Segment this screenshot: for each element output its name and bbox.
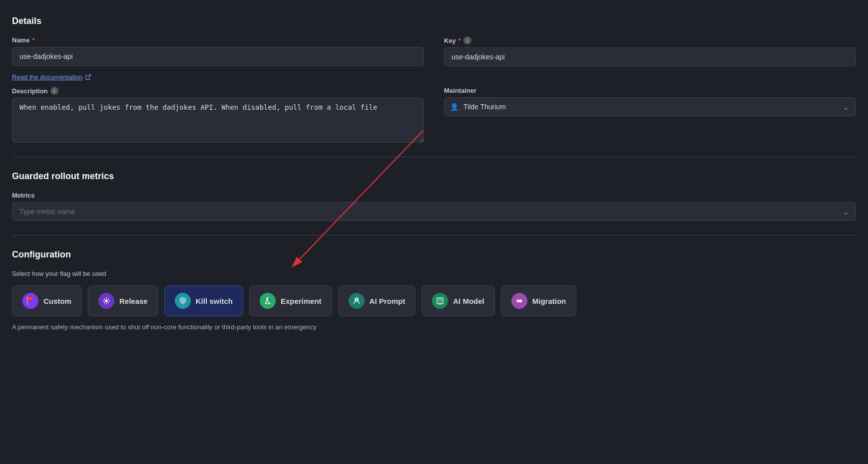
- metrics-form-group: Metrics ⌄ ⌄: [12, 192, 856, 221]
- aimodel-icon: [432, 293, 448, 309]
- migration-icon: AB: [511, 293, 527, 309]
- configuration-title: Configuration: [12, 249, 856, 260]
- svg-text:AB: AB: [517, 299, 522, 303]
- svg-line-0: [87, 75, 90, 78]
- custom-icon: 🚩: [22, 293, 38, 309]
- description-form-group: Description i When enabled, pull jokes f…: [12, 87, 424, 143]
- name-required: *: [32, 36, 34, 44]
- custom-label: Custom: [43, 297, 71, 305]
- configuration-section: Configuration Select how your flag will …: [12, 249, 856, 331]
- doc-link[interactable]: Read the documentation: [12, 73, 91, 81]
- flag-description: A permanent safety mechanism used to shu…: [12, 323, 856, 331]
- svg-point-6: [357, 299, 358, 300]
- flag-type-migration[interactable]: AB Migration: [501, 285, 577, 316]
- section-divider-2: [12, 235, 856, 235]
- aiprompt-icon: [349, 293, 365, 309]
- external-link-icon: [85, 74, 91, 80]
- key-label: Key* i: [444, 36, 856, 44]
- name-form-group: Name*: [12, 36, 424, 66]
- maintainer-label: Maintainer: [444, 87, 856, 94]
- maintainer-form-group: Maintainer 👤 Tilde Thurium ⌄: [444, 87, 856, 143]
- flag-type-release[interactable]: Release: [88, 285, 158, 316]
- metrics-label: Metrics: [12, 192, 856, 199]
- aiprompt-label: AI Prompt: [370, 297, 406, 305]
- flag-type-aiprompt[interactable]: AI Prompt: [338, 285, 416, 316]
- key-required: *: [458, 37, 461, 44]
- killswitch-label: Kill switch: [196, 297, 233, 305]
- svg-point-9: [440, 299, 442, 301]
- metrics-type-input[interactable]: [12, 202, 856, 221]
- flag-type-killswitch[interactable]: Kill switch: [164, 285, 243, 316]
- svg-point-1: [105, 299, 107, 302]
- release-label: Release: [119, 297, 148, 305]
- release-icon: [98, 293, 114, 309]
- desc-maintainer-grid: Description i When enabled, pull jokes f…: [12, 87, 856, 143]
- details-section: Details Name* Key* i: [12, 16, 856, 143]
- flag-type-custom[interactable]: 🚩 Custom: [12, 285, 82, 316]
- details-title: Details: [12, 16, 856, 26]
- flag-types-row: 🚩 Custom Release Kill switch: [12, 285, 856, 316]
- description-textarea[interactable]: When enabled, pull jokes from the dadjok…: [12, 98, 424, 143]
- flag-type-experiment[interactable]: Experiment: [249, 285, 332, 316]
- migration-label: Migration: [532, 297, 566, 305]
- select-how-label: Select how your flag will be used: [12, 270, 856, 277]
- guarded-rollout-section: Guarded rollout metrics Metrics ⌄ ⌄: [12, 171, 856, 221]
- maintainer-select[interactable]: Tilde Thurium: [444, 97, 856, 116]
- flag-type-aimodel[interactable]: AI Model: [422, 285, 495, 316]
- name-label: Name*: [12, 36, 424, 44]
- key-form-group: Key* i: [444, 36, 856, 66]
- key-input[interactable]: [444, 47, 856, 66]
- experiment-icon: [260, 293, 276, 309]
- svg-point-5: [355, 299, 356, 300]
- experiment-label: Experiment: [281, 297, 322, 305]
- section-divider-1: [12, 157, 856, 157]
- killswitch-icon: [175, 293, 191, 309]
- description-info-icon[interactable]: i: [50, 87, 58, 95]
- svg-rect-7: [437, 298, 443, 304]
- metrics-dropdown-wrapper: ⌄: [12, 202, 856, 221]
- name-input[interactable]: [12, 47, 424, 66]
- svg-point-8: [438, 299, 440, 301]
- guarded-title: Guarded rollout metrics: [12, 171, 856, 182]
- details-form-grid: Name* Key* i: [12, 36, 856, 66]
- maintainer-select-wrapper: 👤 Tilde Thurium ⌄: [444, 97, 856, 116]
- aimodel-label: AI Model: [453, 297, 484, 305]
- svg-point-3: [182, 302, 183, 302]
- description-label: Description i: [12, 87, 424, 95]
- key-info-icon[interactable]: i: [463, 36, 471, 44]
